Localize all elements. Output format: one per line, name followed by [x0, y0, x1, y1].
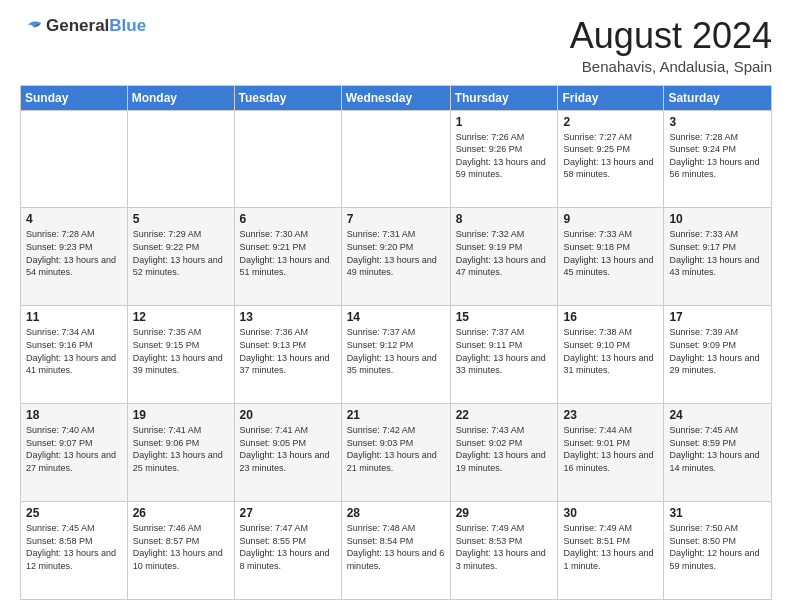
calendar-day-cell: 28Sunrise: 7:48 AMSunset: 8:54 PMDayligh… — [341, 502, 450, 600]
calendar-day-cell: 17Sunrise: 7:39 AMSunset: 9:09 PMDayligh… — [664, 306, 772, 404]
day-info: Sunrise: 7:48 AMSunset: 8:54 PMDaylight:… — [347, 522, 445, 572]
day-number: 21 — [347, 408, 445, 422]
day-info: Sunrise: 7:38 AMSunset: 9:10 PMDaylight:… — [563, 326, 658, 376]
day-info: Sunrise: 7:42 AMSunset: 9:03 PMDaylight:… — [347, 424, 445, 474]
calendar-day-cell: 20Sunrise: 7:41 AMSunset: 9:05 PMDayligh… — [234, 404, 341, 502]
calendar-day-cell: 14Sunrise: 7:37 AMSunset: 9:12 PMDayligh… — [341, 306, 450, 404]
day-number: 18 — [26, 408, 122, 422]
day-number: 4 — [26, 212, 122, 226]
day-number: 31 — [669, 506, 766, 520]
day-number: 5 — [133, 212, 229, 226]
logo-general-text: General — [46, 16, 109, 36]
day-number: 2 — [563, 115, 658, 129]
day-info: Sunrise: 7:49 AMSunset: 8:51 PMDaylight:… — [563, 522, 658, 572]
day-number: 22 — [456, 408, 553, 422]
day-info: Sunrise: 7:47 AMSunset: 8:55 PMDaylight:… — [240, 522, 336, 572]
day-number: 19 — [133, 408, 229, 422]
day-number: 12 — [133, 310, 229, 324]
day-number: 14 — [347, 310, 445, 324]
calendar-day-cell: 7Sunrise: 7:31 AMSunset: 9:20 PMDaylight… — [341, 208, 450, 306]
day-info: Sunrise: 7:39 AMSunset: 9:09 PMDaylight:… — [669, 326, 766, 376]
day-info: Sunrise: 7:45 AMSunset: 8:59 PMDaylight:… — [669, 424, 766, 474]
day-info: Sunrise: 7:43 AMSunset: 9:02 PMDaylight:… — [456, 424, 553, 474]
calendar-day-cell: 10Sunrise: 7:33 AMSunset: 9:17 PMDayligh… — [664, 208, 772, 306]
header: General Blue August 2024 Benahavis, Anda… — [20, 16, 772, 75]
day-info: Sunrise: 7:49 AMSunset: 8:53 PMDaylight:… — [456, 522, 553, 572]
calendar-day-cell — [21, 110, 128, 208]
day-info: Sunrise: 7:45 AMSunset: 8:58 PMDaylight:… — [26, 522, 122, 572]
calendar-page: General Blue August 2024 Benahavis, Anda… — [0, 0, 792, 612]
calendar-day-cell: 2Sunrise: 7:27 AMSunset: 9:25 PMDaylight… — [558, 110, 664, 208]
day-number: 23 — [563, 408, 658, 422]
day-number: 3 — [669, 115, 766, 129]
day-info: Sunrise: 7:33 AMSunset: 9:17 PMDaylight:… — [669, 228, 766, 278]
day-info: Sunrise: 7:44 AMSunset: 9:01 PMDaylight:… — [563, 424, 658, 474]
day-info: Sunrise: 7:31 AMSunset: 9:20 PMDaylight:… — [347, 228, 445, 278]
calendar-day-cell: 15Sunrise: 7:37 AMSunset: 9:11 PMDayligh… — [450, 306, 558, 404]
day-info: Sunrise: 7:34 AMSunset: 9:16 PMDaylight:… — [26, 326, 122, 376]
calendar-day-cell: 18Sunrise: 7:40 AMSunset: 9:07 PMDayligh… — [21, 404, 128, 502]
day-number: 28 — [347, 506, 445, 520]
day-number: 27 — [240, 506, 336, 520]
day-info: Sunrise: 7:37 AMSunset: 9:11 PMDaylight:… — [456, 326, 553, 376]
logo-blue-text: Blue — [109, 16, 146, 36]
day-info: Sunrise: 7:46 AMSunset: 8:57 PMDaylight:… — [133, 522, 229, 572]
calendar-day-cell: 31Sunrise: 7:50 AMSunset: 8:50 PMDayligh… — [664, 502, 772, 600]
calendar-week-row: 1Sunrise: 7:26 AMSunset: 9:26 PMDaylight… — [21, 110, 772, 208]
day-info: Sunrise: 7:50 AMSunset: 8:50 PMDaylight:… — [669, 522, 766, 572]
month-year-title: August 2024 — [570, 16, 772, 56]
calendar-day-header: Wednesday — [341, 85, 450, 110]
calendar-day-header: Tuesday — [234, 85, 341, 110]
day-info: Sunrise: 7:28 AMSunset: 9:23 PMDaylight:… — [26, 228, 122, 278]
day-info: Sunrise: 7:36 AMSunset: 9:13 PMDaylight:… — [240, 326, 336, 376]
calendar-week-row: 18Sunrise: 7:40 AMSunset: 9:07 PMDayligh… — [21, 404, 772, 502]
location-subtitle: Benahavis, Andalusia, Spain — [570, 58, 772, 75]
day-number: 25 — [26, 506, 122, 520]
day-number: 26 — [133, 506, 229, 520]
day-number: 9 — [563, 212, 658, 226]
day-number: 15 — [456, 310, 553, 324]
day-info: Sunrise: 7:29 AMSunset: 9:22 PMDaylight:… — [133, 228, 229, 278]
calendar-day-cell — [234, 110, 341, 208]
calendar-day-cell: 1Sunrise: 7:26 AMSunset: 9:26 PMDaylight… — [450, 110, 558, 208]
day-number: 20 — [240, 408, 336, 422]
calendar-day-header: Friday — [558, 85, 664, 110]
calendar-day-cell: 24Sunrise: 7:45 AMSunset: 8:59 PMDayligh… — [664, 404, 772, 502]
calendar-day-cell: 12Sunrise: 7:35 AMSunset: 9:15 PMDayligh… — [127, 306, 234, 404]
day-info: Sunrise: 7:28 AMSunset: 9:24 PMDaylight:… — [669, 131, 766, 181]
title-block: August 2024 Benahavis, Andalusia, Spain — [570, 16, 772, 75]
day-info: Sunrise: 7:41 AMSunset: 9:05 PMDaylight:… — [240, 424, 336, 474]
day-number: 10 — [669, 212, 766, 226]
calendar-day-cell: 9Sunrise: 7:33 AMSunset: 9:18 PMDaylight… — [558, 208, 664, 306]
calendar-week-row: 25Sunrise: 7:45 AMSunset: 8:58 PMDayligh… — [21, 502, 772, 600]
calendar-day-cell: 29Sunrise: 7:49 AMSunset: 8:53 PMDayligh… — [450, 502, 558, 600]
day-number: 16 — [563, 310, 658, 324]
calendar-header-row: SundayMondayTuesdayWednesdayThursdayFrid… — [21, 85, 772, 110]
calendar-day-cell: 16Sunrise: 7:38 AMSunset: 9:10 PMDayligh… — [558, 306, 664, 404]
calendar-day-cell: 25Sunrise: 7:45 AMSunset: 8:58 PMDayligh… — [21, 502, 128, 600]
calendar-week-row: 4Sunrise: 7:28 AMSunset: 9:23 PMDaylight… — [21, 208, 772, 306]
day-info: Sunrise: 7:27 AMSunset: 9:25 PMDaylight:… — [563, 131, 658, 181]
calendar-day-header: Sunday — [21, 85, 128, 110]
day-info: Sunrise: 7:35 AMSunset: 9:15 PMDaylight:… — [133, 326, 229, 376]
calendar-day-cell: 30Sunrise: 7:49 AMSunset: 8:51 PMDayligh… — [558, 502, 664, 600]
day-number: 17 — [669, 310, 766, 324]
calendar-day-header: Monday — [127, 85, 234, 110]
day-info: Sunrise: 7:41 AMSunset: 9:06 PMDaylight:… — [133, 424, 229, 474]
day-number: 13 — [240, 310, 336, 324]
calendar-day-cell: 6Sunrise: 7:30 AMSunset: 9:21 PMDaylight… — [234, 208, 341, 306]
calendar-day-cell: 4Sunrise: 7:28 AMSunset: 9:23 PMDaylight… — [21, 208, 128, 306]
calendar-day-cell: 13Sunrise: 7:36 AMSunset: 9:13 PMDayligh… — [234, 306, 341, 404]
day-info: Sunrise: 7:40 AMSunset: 9:07 PMDaylight:… — [26, 424, 122, 474]
day-number: 1 — [456, 115, 553, 129]
day-number: 11 — [26, 310, 122, 324]
day-number: 30 — [563, 506, 658, 520]
calendar-day-cell — [341, 110, 450, 208]
calendar-day-cell: 8Sunrise: 7:32 AMSunset: 9:19 PMDaylight… — [450, 208, 558, 306]
calendar-table: SundayMondayTuesdayWednesdayThursdayFrid… — [20, 85, 772, 600]
day-info: Sunrise: 7:32 AMSunset: 9:19 PMDaylight:… — [456, 228, 553, 278]
calendar-day-cell: 23Sunrise: 7:44 AMSunset: 9:01 PMDayligh… — [558, 404, 664, 502]
calendar-day-cell — [127, 110, 234, 208]
calendar-day-header: Saturday — [664, 85, 772, 110]
day-number: 29 — [456, 506, 553, 520]
